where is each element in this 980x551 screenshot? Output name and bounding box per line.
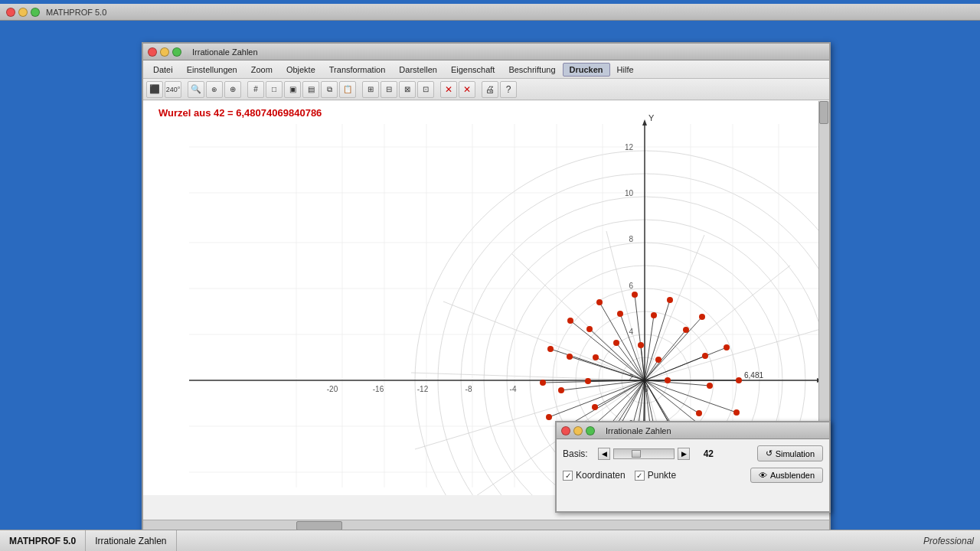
svg-point-120: [567, 354, 573, 360]
simulation-button[interactable]: ↺ Simulation: [757, 445, 823, 461]
menu-eigenschaft[interactable]: Eigenschaft: [444, 63, 501, 77]
outer-titlebar: MATHPROF 5.0: [0, 4, 980, 21]
svg-point-135: [567, 318, 573, 324]
svg-text:-16: -16: [373, 385, 384, 393]
svg-point-119: [586, 326, 593, 332]
ausblenden-icon: 👁: [759, 471, 767, 480]
slider-right-arrow[interactable]: ▶: [678, 448, 690, 460]
toolbar-grid[interactable]: #: [247, 81, 264, 98]
svg-point-105: [638, 342, 644, 348]
koordinaten-label: Koordinaten: [576, 470, 626, 481]
svg-text:4: 4: [629, 328, 633, 336]
svg-point-144: [737, 378, 741, 383]
toolbar-close-x[interactable]: ✕: [440, 81, 457, 98]
svg-point-104: [655, 357, 662, 363]
menu-drucken[interactable]: Drucken: [563, 63, 610, 77]
toolbar-select2[interactable]: ▤: [302, 81, 319, 98]
menu-transformation[interactable]: Transformation: [322, 63, 393, 77]
inner-title: Irrationale Zahlen: [192, 47, 258, 57]
main-window: MATHPROF 5.0 Irrationale Zahlen Datei Ei…: [0, 4, 980, 528]
toolbar-resize2[interactable]: ⊡: [417, 81, 434, 98]
svg-point-113: [696, 410, 702, 416]
simulation-icon: ↺: [766, 448, 773, 458]
dialog-traffic-lights: [561, 426, 595, 435]
inner-close-button[interactable]: [148, 47, 157, 57]
svg-point-132: [667, 297, 673, 303]
horizontal-scrollbar[interactable]: [143, 520, 829, 530]
toolbar-zoom-in-2[interactable]: ⊕: [224, 81, 241, 98]
taskbar-appname: MATHPROF 5.0: [0, 530, 86, 551]
svg-point-133: [632, 292, 638, 298]
toolbar-zoom-in-1[interactable]: ⊕: [206, 81, 223, 98]
toolbar-print[interactable]: 🖨: [482, 81, 498, 98]
outer-title: MATHPROF 5.0: [46, 8, 106, 17]
checkbox-group: ✓ Koordinaten ✓ Punkte: [563, 470, 676, 481]
slider-container: ◀ ▶: [598, 448, 690, 460]
maximize-button[interactable]: [31, 8, 40, 17]
taskbar: MATHPROF 5.0 Irrationale Zahlen Professi…: [0, 530, 980, 551]
punkte-checkbox-item[interactable]: ✓ Punkte: [635, 470, 676, 481]
simulation-label: Simulation: [776, 449, 815, 458]
dialog-title: Irrationale Zahlen: [606, 426, 671, 435]
menubar: Datei Einstellungen Zoom Objekte Transfo…: [143, 60, 829, 79]
close-button[interactable]: [6, 8, 15, 17]
dialog-titlebar: Irrationale Zahlen: [557, 422, 829, 439]
dialog-content: Basis: ◀ ▶ 42 ↺ Simulation: [557, 439, 829, 495]
slider-left-arrow[interactable]: ◀: [598, 448, 610, 460]
svg-text:-4: -4: [510, 385, 517, 393]
dialog-minimize-button[interactable]: [573, 426, 583, 435]
dialog-maximize-button[interactable]: [586, 426, 595, 435]
basis-value: 42: [694, 448, 714, 459]
svg-point-130: [724, 344, 730, 350]
toolbar-table[interactable]: ⊞: [362, 81, 379, 98]
svg-text:6: 6: [629, 282, 633, 290]
svg-point-106: [613, 340, 619, 346]
svg-point-109: [592, 404, 598, 410]
ausblenden-button[interactable]: 👁 Ausblenden: [750, 468, 823, 483]
svg-point-114: [707, 383, 713, 389]
slider-thumb[interactable]: [632, 450, 641, 458]
ausblenden-label: Ausblenden: [770, 471, 815, 480]
svg-text:6,481: 6,481: [744, 371, 763, 380]
toolbar-zoom-out[interactable]: 🔍: [188, 81, 204, 98]
svg-point-108: [585, 378, 591, 384]
menu-darstellen[interactable]: Darstellen: [392, 63, 444, 77]
toolbar-help[interactable]: ?: [500, 81, 517, 98]
vscroll-thumb-top[interactable]: [819, 101, 828, 124]
koordinaten-checkbox[interactable]: ✓: [563, 471, 573, 481]
toolbar-resize[interactable]: ⊠: [399, 81, 416, 98]
svg-point-118: [617, 311, 623, 317]
svg-point-131: [699, 314, 705, 320]
toolbar-close-x2[interactable]: ✕: [459, 81, 475, 98]
menu-beschriftung[interactable]: Beschriftung: [501, 63, 562, 77]
koordinaten-checkbox-item[interactable]: ✓ Koordinaten: [563, 470, 626, 481]
svg-point-137: [540, 380, 546, 386]
svg-point-134: [596, 299, 603, 305]
toolbar-paste[interactable]: 📋: [339, 81, 356, 98]
svg-text:-12: -12: [417, 385, 429, 393]
punkte-checkbox[interactable]: ✓: [635, 471, 645, 481]
toolbar-frame[interactable]: □: [266, 81, 283, 98]
slider-track[interactable]: [613, 448, 675, 459]
dialog-close-button[interactable]: [561, 426, 570, 435]
punkte-label: Punkte: [648, 470, 676, 481]
inner-traffic-lights: [148, 47, 181, 57]
menu-datei[interactable]: Datei: [146, 63, 180, 77]
svg-text:12: 12: [625, 143, 634, 152]
menu-einstellungen[interactable]: Einstellungen: [180, 63, 244, 77]
toolbar-copy[interactable]: ⧉: [321, 81, 338, 98]
toolbar-btn-2[interactable]: 240°: [165, 81, 181, 98]
inner-minimize-button[interactable]: [160, 47, 169, 57]
y-axis-label: Y: [648, 113, 655, 122]
minimize-button[interactable]: [18, 8, 28, 17]
svg-point-116: [683, 327, 689, 333]
menu-hilfe[interactable]: Hilfe: [610, 63, 641, 77]
toolbar-btn-1[interactable]: ⬛: [146, 81, 163, 98]
toolbar-table2[interactable]: ⊟: [381, 81, 397, 98]
basis-row: Basis: ◀ ▶ 42 ↺ Simulation: [563, 445, 823, 461]
menu-zoom[interactable]: Zoom: [244, 63, 279, 77]
svg-point-121: [558, 387, 564, 393]
inner-maximize-button[interactable]: [172, 47, 181, 57]
toolbar-select[interactable]: ▣: [284, 81, 301, 98]
menu-objekte[interactable]: Objekte: [279, 63, 322, 77]
